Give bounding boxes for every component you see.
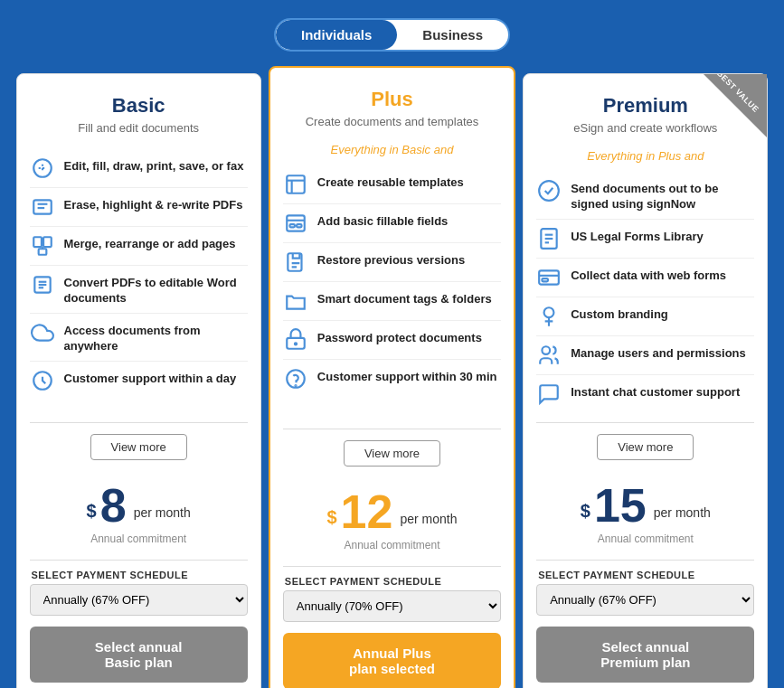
divider — [30, 560, 248, 561]
currency-basic: $ — [87, 501, 97, 529]
payment-select-basic[interactable]: Annually (67% OFF) Monthly — [30, 584, 248, 616]
list-item: Smart document tags & folders — [283, 282, 501, 321]
list-item: Customer support within 30 min — [283, 360, 501, 398]
feature-text: Customer support within 30 min — [317, 366, 497, 385]
select-plus-btn[interactable]: Annual Plusplan selected — [283, 633, 501, 688]
per-month-premium: per month — [654, 505, 711, 529]
divider — [30, 422, 248, 423]
list-item: Customer support within a day — [30, 362, 248, 400]
view-more-plus[interactable]: View more — [344, 440, 440, 467]
feature-text: Smart document tags & folders — [317, 288, 492, 307]
plan-header-plus: Plus Create documents and templates — [270, 68, 514, 137]
view-more-premium[interactable]: View more — [597, 434, 694, 460]
divider — [283, 429, 501, 429]
toggle-container: Individuals Business — [274, 18, 510, 52]
feature-text: Merge, rearrange or add pages — [64, 233, 236, 252]
view-more-basic[interactable]: View more — [90, 434, 187, 460]
svg-rect-18 — [289, 224, 294, 227]
svg-rect-5 — [43, 237, 52, 247]
select-payment-label-basic: SELECT PAYMENT SCHEDULE — [17, 564, 260, 584]
select-payment-label-premium: SELECT PAYMENT SCHEDULE — [524, 564, 767, 584]
list-item: Restore previous versions — [283, 243, 501, 282]
folder-icon — [283, 288, 308, 314]
list-item: Send documents out to be signed using si… — [536, 172, 754, 220]
list-item: Create reusable templates — [283, 165, 501, 204]
list-item: Merge, rearrange or add pages — [30, 227, 248, 266]
svg-point-33 — [543, 346, 551, 354]
svg-point-22 — [295, 343, 297, 344]
list-item: Manage users and permissions — [536, 336, 754, 375]
cloud-icon — [30, 320, 55, 345]
list-item: Instant chat customer support — [536, 375, 754, 413]
password-icon — [283, 327, 308, 353]
plan-subtitle-plus: Create documents and templates — [285, 115, 499, 128]
feature-text: Erase, highlight & re-write PDFs — [64, 194, 243, 213]
payment-select-plus[interactable]: Annually (70% OFF) Monthly — [283, 590, 501, 622]
list-item: Custom branding — [536, 297, 754, 336]
feature-text: Access documents from anywhere — [64, 320, 248, 354]
list-item: Edit, fill, draw, print, save, or fax — [30, 149, 248, 188]
price-section-plus: $ 12 per month — [270, 477, 514, 539]
features-list-basic: Edit, fill, draw, print, save, or fax Er… — [17, 144, 260, 419]
per-month-plus: per month — [400, 512, 457, 535]
svg-rect-31 — [543, 278, 549, 281]
svg-rect-29 — [539, 270, 559, 284]
divider — [536, 422, 754, 423]
list-item: Password protect documents — [283, 321, 501, 360]
erase-icon — [30, 194, 55, 220]
webforms-icon — [536, 265, 562, 290]
svg-rect-6 — [38, 249, 46, 255]
plan-name-basic: Basic — [32, 94, 246, 118]
plan-card-premium: BEST VALUE Premium eSign and create work… — [523, 73, 768, 688]
merge-icon — [30, 233, 55, 259]
price-premium: 15 — [594, 482, 647, 529]
annual-commitment-basic: Annual commitment — [17, 532, 260, 545]
divider — [536, 560, 754, 561]
feature-text: Custom branding — [571, 304, 668, 323]
business-toggle[interactable]: Business — [397, 20, 508, 50]
toggle-pill: Individuals Business — [274, 18, 510, 52]
branding-icon — [536, 304, 562, 329]
restore-icon — [283, 250, 308, 275]
annual-commitment-premium: Annual commitment — [524, 532, 767, 545]
select-premium-btn[interactable]: Select annualPremium plan — [536, 627, 754, 683]
support30-icon — [283, 366, 308, 391]
select-basic-btn[interactable]: Select annualBasic plan — [30, 627, 248, 683]
feature-text: Convert PDFs to editable Word documents — [64, 272, 248, 306]
feature-text: Add basic fillable fields — [317, 211, 448, 230]
plan-card-basic: Basic Fill and edit documents Edit, fill… — [16, 73, 261, 688]
everything-in-plus: Everything in Basic and — [270, 137, 514, 160]
list-item: Access documents from anywhere — [30, 314, 248, 362]
price-plus: 12 — [341, 488, 393, 535]
legal-forms-icon — [536, 226, 562, 251]
feature-text: Password protect documents — [317, 327, 482, 346]
plan-header-basic: Basic Fill and edit documents — [17, 74, 260, 144]
svg-rect-16 — [287, 215, 305, 231]
convert-icon — [30, 272, 55, 297]
price-section-premium: $ 15 per month — [524, 471, 767, 532]
feature-text: US Legal Forms Library — [571, 226, 704, 245]
list-item: Add basic fillable fields — [283, 204, 501, 243]
template-icon — [283, 172, 308, 197]
svg-point-24 — [295, 385, 296, 386]
feature-text: Send documents out to be signed using si… — [571, 178, 754, 212]
svg-point-32 — [544, 307, 554, 317]
price-section-basic: $ 8 per month — [17, 471, 260, 532]
list-item: US Legal Forms Library — [536, 220, 754, 259]
users-icon — [536, 343, 562, 368]
feature-text: Manage users and permissions — [571, 343, 746, 362]
feature-text: Create reusable templates — [317, 172, 464, 191]
signnow-icon — [536, 178, 562, 203]
individuals-toggle[interactable]: Individuals — [276, 20, 397, 50]
plan-name-plus: Plus — [285, 88, 499, 111]
feature-text: Restore previous versions — [317, 250, 465, 269]
fields-icon — [283, 211, 308, 236]
svg-rect-4 — [33, 237, 42, 247]
currency-premium: $ — [581, 501, 590, 529]
best-value-text: BEST VALUE — [714, 74, 760, 115]
best-value-ribbon: BEST VALUE — [704, 74, 767, 137]
payment-select-premium[interactable]: Annually (67% OFF) Monthly — [536, 584, 754, 616]
svg-rect-13 — [287, 175, 305, 193]
select-payment-label-plus: SELECT PAYMENT SCHEDULE — [270, 570, 514, 590]
list-item: Collect data with web forms — [536, 259, 754, 297]
